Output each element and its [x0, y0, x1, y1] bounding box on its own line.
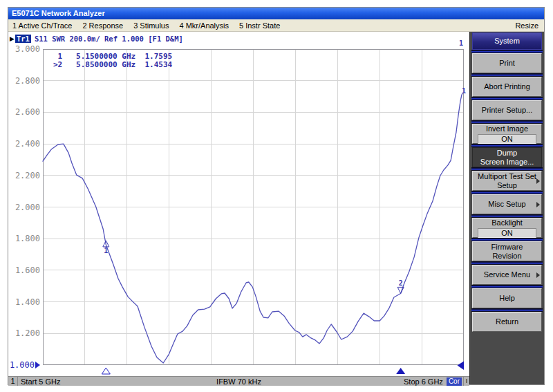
menu-item-3-stimulus[interactable]: 3 Stimulus [133, 21, 169, 30]
submenu-arrow-icon [536, 272, 540, 278]
window-titlebar[interactable]: E5071C Network Analyzer [8, 8, 544, 19]
y-axis-label-reference: 1.000 [10, 360, 40, 370]
marker-readout: 1 5.1500000 GHz 1.7595 >2 5.8500000 GHz … [53, 53, 172, 69]
marker-1-number: 1 [104, 247, 108, 254]
resize-control[interactable]: Resize [515, 21, 538, 30]
display-area: ▶ Tr1 S11 SWR 200.0m/ Ref 1.000 [F1 D&M]… [8, 32, 469, 376]
softkey-label: Printer Setup... [482, 106, 532, 115]
softkey-filler [472, 332, 542, 384]
y-axis-label: 1.600 [10, 265, 40, 275]
app-window: E5071C Network Analyzer 1 Active Ch/Trac… [8, 7, 545, 385]
marker-1-stimulus-indicator [102, 368, 110, 374]
menu-item-2-response[interactable]: 2 Response [82, 21, 123, 30]
softkey-firmware-revision[interactable]: FirmwareRevision [472, 241, 542, 261]
y-axis-label: 1.800 [10, 234, 40, 243]
screenshot-root: E5071C Network Analyzer 1 Active Ch/Trac… [0, 0, 553, 392]
swr-plot[interactable]: 12 [43, 49, 469, 376]
left-column: ▶ Tr1 S11 SWR 200.0m/ Ref 1.000 [F1 D&M]… [8, 32, 469, 384]
softkey-invert-image-toggle-state: ON [478, 134, 536, 144]
trace-status-line: ▶ Tr1 S11 SWR 200.0m/ Ref 1.000 [F1 D&M] [10, 33, 183, 44]
reference-level-arrow-icon [35, 362, 40, 368]
softkey-dump-screen-image[interactable]: DumpScreen Image... [472, 147, 542, 167]
softkey-printer-setup[interactable]: Printer Setup... [472, 100, 542, 120]
softkey-menu-title: System [472, 32, 542, 50]
softkey-label: Abort Printing [484, 82, 530, 91]
submenu-arrow-icon [536, 202, 540, 207]
menubar: 1 Active Ch/Trace2 Response3 Stimulus4 M… [8, 19, 544, 32]
menu-items: 1 Active Ch/Trace2 Response3 Stimulus4 M… [12, 21, 290, 30]
softkey-label: Setup [497, 181, 517, 190]
softkey-label: Backlight [491, 218, 523, 227]
softkey-label: Return [496, 317, 518, 326]
marker-2-stimulus-indicator [396, 368, 405, 374]
softkey-multiport-test-set-setup[interactable]: Multiport Test SetSetup [472, 171, 542, 191]
softkey-label: Print [499, 59, 515, 68]
main-content: ▶ Tr1 S11 SWR 200.0m/ Ref 1.000 [F1 D&M]… [8, 32, 544, 384]
softkey-label: Help [499, 294, 515, 303]
window-title: E5071C Network Analyzer [12, 9, 105, 17]
softkey-return[interactable]: Return [472, 312, 542, 332]
y-axis-label: 2.200 [10, 171, 40, 180]
softkey-label: Revision [492, 252, 521, 261]
softkey-label: Multiport Test Set [478, 172, 536, 181]
y-axis-label: 2.600 [10, 107, 40, 117]
softkey-misc-setup[interactable]: Misc Setup [472, 194, 542, 214]
sweep-position-indicator [458, 362, 465, 371]
trace-settings-text: S11 SWR 200.0m/ Ref 1.000 [F1 D&M] [35, 35, 183, 43]
softkey-label: Invert Image [486, 124, 528, 133]
softkey-service-menu[interactable]: Service Menu [472, 265, 542, 285]
y-axis-label: 1.200 [10, 328, 40, 338]
softkey-print[interactable]: Print [472, 53, 542, 73]
softkey-backlight[interactable]: BacklightON [472, 218, 542, 238]
softkey-backlight-toggle-state: ON [478, 228, 536, 238]
y-axis-label: 1.400 [10, 297, 40, 307]
swr-trace [43, 93, 462, 363]
softkey-help[interactable]: Help [472, 288, 542, 308]
softkey-invert-image[interactable]: Invert ImageON [472, 124, 542, 144]
softkey-label: Dump [497, 149, 517, 158]
softkey-label: Screen Image... [480, 158, 534, 167]
softkey-abort-printing[interactable]: Abort Printing [472, 77, 542, 97]
menu-item-1-active-ch-trace[interactable]: 1 Active Ch/Trace [12, 21, 72, 30]
status-bar: 1 Start 5 GHz IFBW 70 kHz Stop 6 GHz Cor… [8, 376, 469, 386]
active-trace-arrow-icon: ▶ [10, 35, 15, 42]
menu-item-5-instr-state[interactable]: 5 Instr State [239, 21, 280, 30]
ifbw-indicator: IFBW 70 kHz [8, 377, 469, 386]
y-axis-label: 2.400 [10, 139, 40, 149]
submenu-arrow-icon [536, 178, 540, 184]
softkey-label: Firmware [491, 243, 523, 252]
softkey-label: Misc Setup [488, 200, 525, 209]
softkey-label: Service Menu [484, 270, 530, 279]
y-axis-label: 3.000 [10, 44, 40, 54]
trace-number-scale-top: 1 [459, 39, 463, 47]
y-axis-label: 2.000 [10, 203, 40, 212]
y-axis-label: 2.800 [10, 76, 40, 86]
marker-2-number: 2 [399, 279, 403, 287]
menu-item-4-mkr-analysis[interactable]: 4 Mkr/Analysis [179, 21, 229, 30]
softkey-menu: System PrintAbort PrintingPrinter Setup.… [469, 32, 544, 384]
trace-number-trace-end: 1 [462, 87, 466, 95]
trace-badge[interactable]: Tr1 [15, 35, 31, 43]
